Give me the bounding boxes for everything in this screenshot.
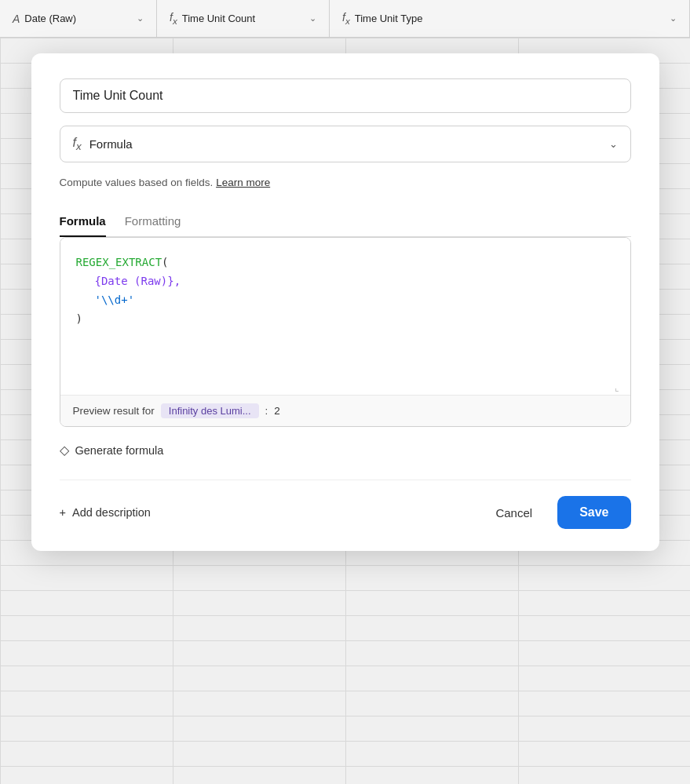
formula-code-area[interactable]: REGEX_EXTRACT( {Date (Raw)}, '\\d+' ) [60, 238, 630, 379]
code-line-2: {Date (Raw)}, [76, 272, 615, 291]
col2-chevron-icon: ⌄ [309, 13, 316, 24]
learn-more-link[interactable]: Learn more [216, 177, 270, 188]
resize-handle-icon[interactable]: ⌞ [615, 382, 624, 392]
preview-colon: : [265, 405, 268, 417]
formula-editor: REGEX_EXTRACT( {Date (Raw)}, '\\d+' ) ⌞ [60, 237, 631, 427]
field-type-chevron-icon: ⌄ [609, 138, 618, 150]
cancel-button[interactable]: Cancel [483, 498, 545, 527]
add-description-button[interactable]: + Add description [60, 506, 151, 519]
col3-chevron-icon: ⌄ [670, 13, 677, 24]
code-line-3: '\\d+' [76, 291, 615, 310]
preview-record-chip[interactable]: Infinity des Lumi... [161, 403, 259, 418]
token-regex-extract: REGEX_EXTRACT [76, 253, 162, 272]
token-close-paren: ) [76, 310, 82, 329]
col1-chevron-icon: ⌄ [137, 13, 144, 24]
formula-col3-icon: fx [342, 11, 350, 26]
text-col-icon: A [13, 13, 20, 25]
token-open-paren: ( [162, 253, 168, 272]
column-time-unit-count[interactable]: fx Time Unit Count ⌄ [157, 0, 330, 37]
token-date-field: {Date (Raw)}, [95, 272, 181, 291]
generate-formula-button[interactable]: ◇ Generate formula [60, 443, 631, 458]
formula-resize-handle-area: ⌞ [60, 379, 630, 395]
modal-footer: + Add description Cancel Save [60, 480, 631, 529]
column-time-unit-type[interactable]: fx Time Unit Type ⌄ [330, 0, 690, 37]
generate-formula-label: Generate formula [75, 444, 164, 457]
field-name-input[interactable] [60, 78, 631, 113]
field-type-select[interactable]: fx Formula ⌄ [60, 126, 631, 162]
tab-formula[interactable]: Formula [60, 206, 106, 237]
formula-type-icon: fx [73, 136, 82, 152]
tab-formatting[interactable]: Formatting [125, 206, 181, 237]
code-line-4: ) [76, 310, 615, 329]
field-type-label: Formula [89, 137, 601, 151]
code-line-1: REGEX_EXTRACT( [76, 253, 615, 272]
formula-field-modal: fx Formula ⌄ Compute values based on fie… [31, 53, 659, 551]
hint-text: Compute values based on fields. Learn mo… [60, 175, 631, 191]
preview-label: Preview result for [73, 405, 155, 417]
spreadsheet-body: fx Formula ⌄ Compute values based on fie… [0, 38, 690, 784]
formula-tabs: Formula Formatting [60, 206, 631, 237]
preview-result: 2 [274, 405, 280, 417]
footer-actions: Cancel Save [483, 496, 630, 529]
token-regex-string: '\\d+' [95, 291, 135, 310]
preview-bar: Preview result for Infinity des Lumi... … [60, 395, 630, 426]
column-date-raw[interactable]: A Date (Raw) ⌄ [0, 0, 157, 37]
save-button[interactable]: Save [557, 496, 630, 529]
formula-col2-icon: fx [170, 11, 177, 26]
sparkle-icon: ◇ [60, 443, 69, 458]
plus-icon: + [60, 506, 66, 519]
modal-overlay: fx Formula ⌄ Compute values based on fie… [0, 38, 690, 784]
add-description-label: Add description [72, 506, 151, 519]
spreadsheet-header: A Date (Raw) ⌄ fx Time Unit Count ⌄ fx T… [0, 0, 690, 38]
